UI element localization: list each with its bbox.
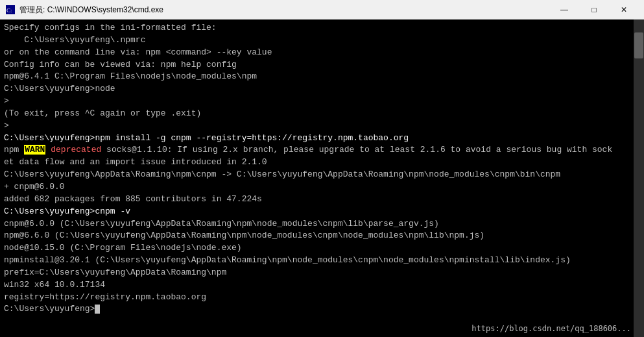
terminal-line: npm@6.6.0 (C:\Users\yuyufeng\AppData\Roa… <box>4 230 640 242</box>
terminal-line: Specify configs in the ini-formatted fil… <box>4 22 640 34</box>
terminal-line: node@10.15.0 (C:\Program Files\nodejs\no… <box>4 242 640 255</box>
maximize-button[interactable]: □ <box>579 0 609 19</box>
close-button[interactable]: ✕ <box>609 0 639 19</box>
terminal-line: + cnpm@6.0.0 <box>4 181 640 193</box>
scrollbar-thumb[interactable] <box>634 32 643 58</box>
terminal-line: > <box>4 120 640 132</box>
terminal-line: C:\Users\yuyufeng>node <box>4 83 640 95</box>
terminal-output: Specify configs in the ini-formatted fil… <box>0 19 644 337</box>
terminal-line: npm@6.4.1 C:\Program Files\nodejs\node_m… <box>4 71 640 83</box>
terminal-line: npm WARN deprecated socks@1.1.10: If usi… <box>4 144 640 156</box>
svg-text:C:: C: <box>6 7 12 14</box>
terminal-line: win32 x64 10.0.17134 <box>4 279 640 292</box>
terminal-content: Specify configs in the ini-formatted fil… <box>4 22 640 316</box>
terminal-line: C:\Users\yuyufeng\.npmrc <box>4 34 640 47</box>
terminal-line: or on the command line via: npm <command… <box>4 47 640 59</box>
terminal-line: registry=https://registry.npm.taobao.org <box>4 292 640 304</box>
cmd-icon: C: <box>5 5 16 15</box>
terminal-line: cnpm@6.0.0 (C:\Users\yuyufeng\AppData\Ro… <box>4 218 640 231</box>
watermark: https://blog.csdn.net/qq_188606... <box>471 323 631 334</box>
terminal-line: et data flow and an import issue introdu… <box>4 156 640 169</box>
terminal-line: C:\Users\yuyufeng\AppData\Roaming\npm\cn… <box>4 169 640 181</box>
terminal-line: Config info can be viewed via: npm help … <box>4 59 640 71</box>
terminal-line: prefix=C:\Users\yuyufeng\AppData\Roaming… <box>4 267 640 279</box>
terminal-line: C:\Users\yuyufeng> <box>4 303 640 316</box>
minimize-button[interactable]: — <box>549 0 579 19</box>
terminal-line: > <box>4 95 640 108</box>
terminal-line: npminstall@3.20.1 (C:\Users\yuyufeng\App… <box>4 255 640 267</box>
terminal-line: C:\Users\yuyufeng>cnpm -v <box>4 206 640 218</box>
terminal-line: C:\Users\yuyufeng>npm install -g cnpm --… <box>4 132 640 145</box>
scrollbar[interactable] <box>634 19 644 337</box>
window-title: 管理员: C:\WINDOWS\system32\cmd.exe <box>19 5 545 16</box>
terminal-line: (To exit, press ^C again or type .exit) <box>4 108 640 120</box>
window-controls: — □ ✕ <box>549 0 639 19</box>
title-bar: C: 管理员: C:\WINDOWS\system32\cmd.exe — □ … <box>0 0 644 19</box>
terminal-line: added 682 packages from 885 contributors… <box>4 193 640 206</box>
